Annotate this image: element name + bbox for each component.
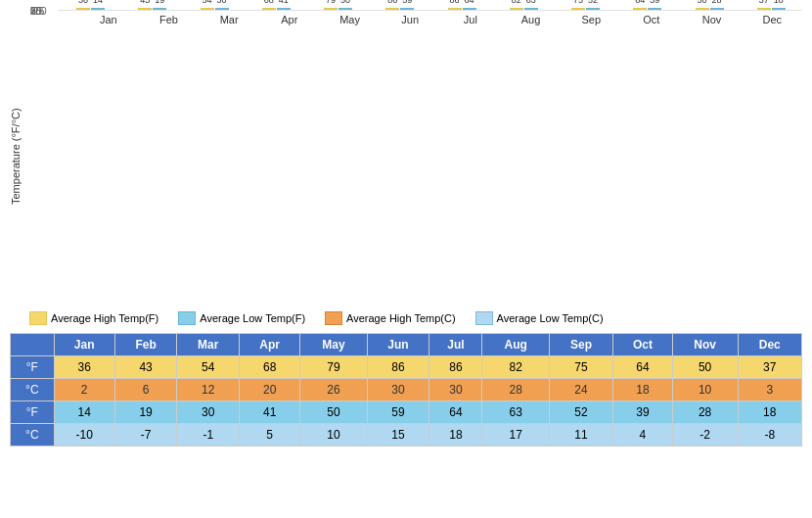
table-cell: 86 [367,356,429,379]
table-cell: 28 [482,379,549,401]
bar-label-low-f: 14 [93,0,103,5]
table-cell: 50 [300,401,368,424]
bar-low-f: 30 [215,8,229,10]
bar-label-high-f: 54 [203,0,212,5]
x-month-label: Nov [682,11,743,25]
x-month-label: Mar [199,11,259,25]
table-header-cell: Sep [549,334,612,356]
table-cell: 30 [177,401,240,424]
table-cell: 37 [738,356,801,379]
table-cell: 36 [54,356,114,379]
legend-item: Average High Temp(C) [325,311,455,325]
table-cell: -10 [54,424,114,447]
y-axis-label: Temperature (°F/°C) [10,10,29,304]
bar-low-f: 28 [710,8,724,10]
bar-label-low-f: 63 [526,0,536,5]
table-header-cell: May [300,334,368,356]
table-cell: 64 [613,356,672,379]
table-row: °C-10-7-1510151817114-2-8 [11,424,802,447]
table-header-cell: Jan [54,334,114,356]
legend-label: Average High Temp(F) [51,312,158,324]
table-row-label: °C [11,424,55,447]
legend-label: Average Low Temp(C) [497,312,604,324]
bar-label-high-f: 37 [759,0,769,5]
table-row: °C261220263030282418103 [11,379,802,401]
table-cell: 50 [672,356,738,379]
legend-label: Average High Temp(C) [346,312,455,324]
table-cell: 15 [367,424,429,447]
chart-wrapper: Temperature (°F/°C) 1007550250-25 361443… [10,10,802,304]
bar-high-f: 50 [696,8,709,10]
table-cell: 10 [300,424,368,447]
bar-low-f: 41 [277,8,291,10]
bar-label-low-f: 64 [465,0,474,5]
bar-low-f: 19 [153,8,166,10]
bar-high-f: 86 [385,8,399,10]
bar-label-low-f: 28 [712,0,722,5]
legend-label: Average Low Temp(F) [200,312,305,324]
x-axis: JanFebMarAprMayJunJulAugSepOctNovDec [78,11,802,25]
table-cell: 68 [240,356,300,379]
x-month-label: Apr [259,11,320,25]
chart-area: 1007550250-25 36144319543068417950865986… [59,10,802,11]
bar-label-high-f: 64 [635,0,645,5]
grid-line: -25 [60,10,802,11]
table-cell: 5 [240,424,300,447]
x-month-label: Jun [380,11,440,25]
x-month-label: Jul [440,11,501,25]
bar-label-low-f: 19 [155,0,164,5]
legend-item: Average Low Temp(C) [475,311,604,325]
bar-label-high-f: 43 [140,0,150,5]
bar-label-low-f: 39 [650,0,659,5]
table-cell: 39 [613,401,672,424]
legend-item: Average High Temp(F) [29,311,158,325]
bar-high-f: 68 [262,8,276,10]
x-month-label: Aug [501,11,562,25]
table-cell: 75 [549,356,612,379]
bar-low-f: 63 [524,8,538,10]
table-cell: 10 [672,379,738,401]
bar-high-f: 54 [201,8,214,10]
table-header-cell: Jul [429,334,482,356]
table-cell: 54 [177,356,240,379]
bar-label-low-f: 59 [402,0,412,5]
table-header-cell: Feb [114,334,177,356]
bar-label-high-f: 86 [387,0,397,5]
table-cell: -7 [114,424,177,447]
table-cell: -8 [738,424,801,447]
bar-label-low-f: 30 [217,0,227,5]
bar-label-high-f: 50 [698,0,707,5]
table-cell: 28 [672,401,738,424]
table-cell: 12 [177,379,240,401]
table-cell: 14 [54,401,114,424]
bar-high-f: 79 [324,8,338,10]
x-month-label: Feb [139,11,200,25]
x-month-label: Sep [561,11,621,25]
table-cell: 86 [429,356,482,379]
main-container: Temperature (°F/°C) 1007550250-25 361443… [0,0,812,451]
data-table: JanFebMarAprMayJunJulAugSepOctNovDec°F36… [10,333,802,447]
legend-color-box [325,311,342,325]
table-cell: 30 [429,379,482,401]
table-cell: 52 [549,401,612,424]
table-cell: 64 [429,401,482,424]
bar-low-f: 64 [463,8,476,10]
bar-low-f: 14 [91,8,105,10]
bar-label-high-f: 86 [450,0,460,5]
legend-color-box [29,311,47,325]
bar-label-low-f: 50 [340,0,350,5]
table-row-label: °F [11,356,55,379]
x-month-label: Jan [78,11,139,25]
bar-high-f: 86 [448,8,462,10]
table-cell: 30 [367,379,429,401]
table-cell: 6 [114,379,177,401]
bar-high-f: 64 [633,8,647,10]
legend-item: Average Low Temp(F) [178,311,305,325]
table-cell: 24 [549,379,612,401]
bar-label-high-f: 82 [512,0,521,5]
table-cell: 18 [429,424,482,447]
table-cell: 82 [482,356,549,379]
bar-low-f: 59 [400,8,414,10]
table-cell: 26 [300,379,368,401]
legend: Average High Temp(F)Average Low Temp(F)A… [29,311,802,325]
